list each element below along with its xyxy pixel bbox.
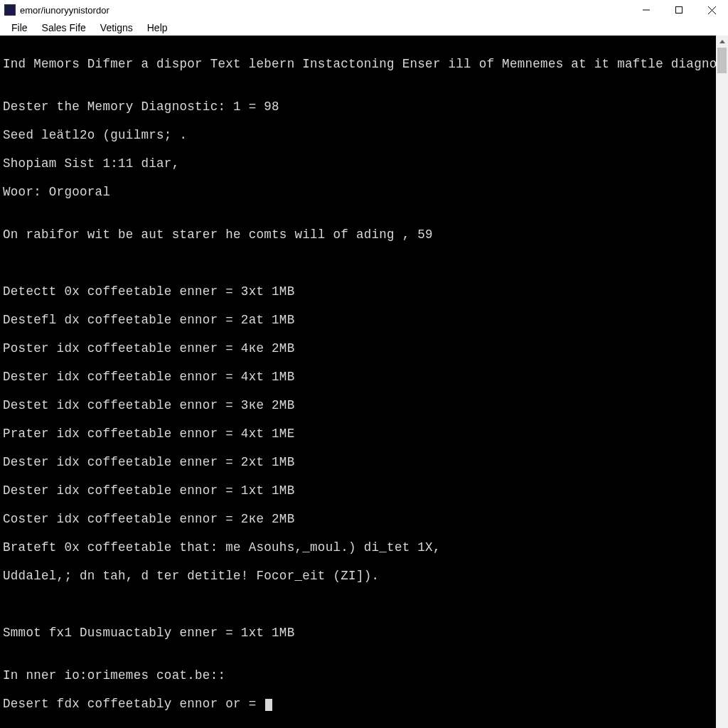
terminal-line: Dester idx coffeetable ennor = 4xt 1MB [3, 370, 713, 384]
terminal-line: Uddalel,; dn tah, d ter detitle! Focor_e… [3, 569, 713, 583]
menu-vetigns[interactable]: Vetigns [93, 20, 140, 36]
terminal-line: Prater idx coffeetable ennor = 4xt 1ME [3, 427, 713, 441]
scroll-thumb[interactable] [717, 48, 727, 73]
menubar: File Sales Fife Vetigns Help [0, 20, 728, 36]
maximize-icon [675, 6, 682, 14]
menu-file[interactable]: File [4, 20, 35, 36]
app-window: emor/iunoryynistordor File Sales Fife Ve… [0, 0, 728, 728]
minimize-button[interactable] [630, 0, 663, 20]
scroll-up-button[interactable] [716, 36, 728, 48]
terminal-line: Coster idx coffeetable ennor = 2ке 2MB [3, 512, 713, 526]
app-icon [4, 4, 16, 16]
terminal-line: Seed leätl2o (guilmrs; . [3, 128, 713, 142]
terminal-cursor [265, 699, 272, 711]
terminal-line: Dester the Memory Diagnostic: 1 = 98 [3, 100, 713, 114]
close-button[interactable] [695, 0, 728, 20]
maximize-button[interactable] [663, 0, 695, 20]
titlebar[interactable]: emor/iunoryynistordor [0, 0, 728, 20]
terminal-line: Poster idx coffeetable enner = 4ке 2MB [3, 341, 713, 355]
terminal-line: Smmot fx1 Dusmuactably enner = 1xt 1MB [3, 626, 713, 640]
terminal-container: Ind Memors Difmer a dispor Text lebern I… [0, 36, 728, 728]
terminal-line: Dester idx coffeetable ennor = 1xt 1MB [3, 483, 713, 498]
terminal-line: Destefl dx coffeetable ennor = 2at 1MB [3, 313, 713, 327]
terminal-line: Dester idx coffeetable enner = 2xt 1MB [3, 455, 713, 469]
terminal-line: Detectt 0x coffeetable enner = 3xt 1MB [3, 284, 713, 299]
terminal-prompt-line: Desert fdx coffeetably ennor or = [3, 697, 713, 711]
svg-marker-4 [719, 40, 725, 43]
chevron-up-icon [719, 40, 725, 43]
terminal-line: Destet idx coffeetable ennor = 3ке 2MB [3, 398, 713, 412]
terminal-line: Ind Memors Difmer a dispor Text lebern I… [3, 57, 713, 71]
menu-help[interactable]: Help [140, 20, 175, 36]
terminal-line: Brateft 0x coffeetable that: me Asouhs,_… [3, 540, 713, 555]
terminal-line: Woor: Orgooral [3, 185, 713, 199]
menu-sales-fife[interactable]: Sales Fife [35, 20, 93, 36]
terminal-output[interactable]: Ind Memors Difmer a dispor Text lebern I… [0, 36, 716, 728]
vertical-scrollbar[interactable] [716, 36, 728, 728]
svg-rect-1 [676, 7, 682, 14]
terminal-prompt-text: Desert fdx coffeetably ennor or = [3, 697, 264, 711]
terminal-line: Shopiam Sist 1:11 diar, [3, 156, 713, 171]
terminal-line: On rabifor wit be aut starer he comts wi… [3, 228, 713, 242]
close-icon [708, 6, 716, 14]
terminal-line: In nner io:orimemes coat.be:: [3, 668, 713, 682]
window-title: emor/iunoryynistordor [20, 5, 630, 16]
window-controls [630, 0, 728, 20]
minimize-icon [643, 6, 650, 14]
